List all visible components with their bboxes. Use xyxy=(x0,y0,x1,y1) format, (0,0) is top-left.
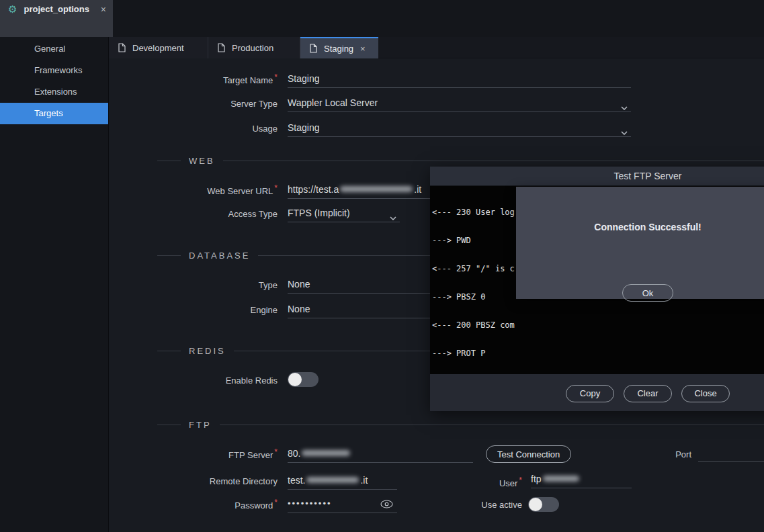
redacted-text xyxy=(543,476,579,482)
user-label: User* xyxy=(493,476,522,488)
server-type-select[interactable]: Wappler Local Server xyxy=(288,95,631,112)
required-asterisk: * xyxy=(274,73,278,82)
required-asterisk: * xyxy=(274,498,278,507)
close-button[interactable]: Close xyxy=(681,385,730,402)
close-icon[interactable]: × xyxy=(101,4,106,15)
tab-production[interactable]: Production xyxy=(208,37,300,58)
web-server-url-label: Web Server URL* xyxy=(109,183,278,196)
access-type-value: FTPS (Implicit) xyxy=(288,208,350,218)
ftp-server-prefix: 80. xyxy=(288,448,300,459)
project-options-tab[interactable]: ⚙ project_options × xyxy=(0,0,113,37)
window-top-bar: ⚙ project_options × xyxy=(0,0,764,37)
tab-development-label: Development xyxy=(132,43,184,53)
password-label: Password* xyxy=(109,498,278,511)
sidebar-item-general[interactable]: General xyxy=(0,38,108,60)
log-line: ---> PROT P xyxy=(432,349,764,358)
test-connection-button[interactable]: Test Connection xyxy=(486,445,571,463)
target-tabs: Development Production Staging × xyxy=(109,37,764,58)
usage-select[interactable]: Staging xyxy=(288,120,631,137)
toggle-knob xyxy=(529,498,542,511)
access-type-select[interactable]: FTPS (Implicit) xyxy=(288,205,400,222)
required-asterisk: * xyxy=(274,183,278,193)
user-input[interactable]: ftp xyxy=(531,471,632,488)
toggle-knob xyxy=(288,373,302,386)
user-prefix: ftp xyxy=(531,474,542,484)
sidebar-item-frameworks[interactable]: Frameworks xyxy=(0,60,108,81)
sidebar-item-targets[interactable]: Targets xyxy=(0,103,108,124)
gear-icon: ⚙ xyxy=(8,3,17,15)
connection-result-dialog: Connection Successful! Ok xyxy=(516,187,764,299)
db-type-value: None xyxy=(288,279,310,290)
ftp-server-label: FTP Server* xyxy=(109,447,278,460)
access-type-label: Access Type xyxy=(109,209,278,219)
ok-button[interactable]: Ok xyxy=(622,284,673,302)
url-prefix: https://test.a xyxy=(288,184,339,195)
project-options-tab-label: project_options xyxy=(24,4,95,14)
db-type-label: Type xyxy=(109,280,278,290)
redacted-text xyxy=(340,186,413,192)
usage-label: Usage xyxy=(109,124,278,134)
enable-redis-label: Enable Redis xyxy=(109,375,278,386)
tab-staging[interactable]: Staging × xyxy=(300,37,378,58)
test-ftp-server-modal: Test FTP Server <--- 230 User log ---> P… xyxy=(430,167,764,411)
redacted-text xyxy=(306,477,359,483)
target-name-label: Target Name* xyxy=(109,73,278,85)
remote-dir-suffix: .it xyxy=(360,475,368,486)
clear-button[interactable]: Clear xyxy=(624,385,672,402)
copy-button[interactable]: Copy xyxy=(566,385,614,402)
chevron-down-icon xyxy=(621,101,628,112)
settings-sidebar: General Frameworks Extensions Targets xyxy=(0,37,109,532)
ftp-server-input[interactable]: 80. xyxy=(288,445,473,463)
enable-redis-toggle[interactable] xyxy=(288,372,319,387)
tab-staging-label: Staging xyxy=(324,44,353,54)
tab-production-label: Production xyxy=(232,43,273,53)
document-icon xyxy=(310,44,317,53)
port-label: Port xyxy=(663,449,691,459)
remote-directory-label: Remote Directory xyxy=(109,476,278,486)
connection-success-message: Connection Successful! xyxy=(516,222,764,232)
required-asterisk: * xyxy=(519,476,522,485)
web-section-header: WEB xyxy=(157,154,764,167)
password-input[interactable]: •••••••••• xyxy=(288,496,397,513)
server-type-value: Wappler Local Server xyxy=(288,97,378,108)
tab-development[interactable]: Development xyxy=(109,37,208,58)
target-name-input[interactable]: Staging xyxy=(288,71,631,88)
remote-directory-input[interactable]: test..it xyxy=(288,472,397,490)
sidebar-item-extensions[interactable]: Extensions xyxy=(0,81,108,103)
eye-icon[interactable] xyxy=(380,500,393,511)
chevron-down-icon xyxy=(390,212,396,222)
db-engine-label: Engine xyxy=(109,305,278,315)
modal-title: Test FTP Server xyxy=(430,167,764,186)
usage-value: Staging xyxy=(288,122,319,133)
url-suffix: .it xyxy=(414,184,421,195)
modal-footer: Copy Clear Close xyxy=(430,374,764,411)
use-active-toggle[interactable] xyxy=(528,497,559,512)
redacted-text xyxy=(302,450,350,456)
use-active-label: Use active xyxy=(480,500,522,510)
password-masked-value: •••••••••• xyxy=(288,498,332,508)
db-engine-value: None xyxy=(288,304,310,314)
chevron-down-icon xyxy=(621,126,628,137)
target-name-value: Staging xyxy=(288,73,319,84)
ftp-section-header: FTP xyxy=(157,418,764,431)
port-input[interactable] xyxy=(698,445,764,462)
document-icon xyxy=(218,43,225,52)
server-type-label: Server Type xyxy=(109,99,278,109)
document-icon xyxy=(118,43,126,52)
required-asterisk: * xyxy=(274,447,278,457)
close-icon[interactable]: × xyxy=(360,44,366,54)
log-line: <--- 200 PBSZ com xyxy=(432,320,764,330)
remote-dir-prefix: test. xyxy=(288,475,305,486)
